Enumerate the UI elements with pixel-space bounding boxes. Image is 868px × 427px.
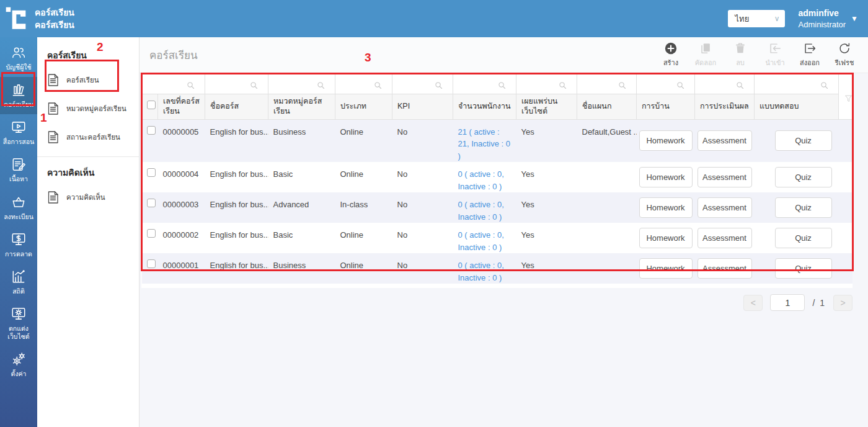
sidebar-item-books[interactable]: คอร์สเรียน	[0, 77, 37, 114]
quiz-button[interactable]: Quiz	[775, 197, 832, 218]
column-filter-input[interactable]	[142, 74, 205, 94]
quiz-button[interactable]: Quiz	[775, 228, 832, 248]
row-checkbox[interactable]	[147, 229, 156, 238]
employees-link[interactable]: 0 ( active : 0, Inactive : 0 )	[453, 192, 516, 223]
column-header[interactable]: จำนวนพนักงาน	[453, 94, 516, 119]
assessment-button[interactable]: Assessment	[698, 258, 752, 279]
table-row: 00000003English for bus...AdvancedIn-cla…	[142, 192, 852, 223]
sidebar-item-marketing-monitor[interactable]: การตลาด	[0, 227, 37, 264]
sidebar-item-website-customize[interactable]: ตกแต่งเว็บไซต์	[0, 301, 37, 346]
table-header-row: เลขที่คอร์สเรียนชื่อคอร์สหมวดหมู่คอร์สเร…	[142, 94, 852, 119]
sidebar-item-label: เนื้อหา	[9, 175, 28, 183]
column-header[interactable]: KPI	[392, 94, 453, 119]
assessment-button[interactable]: Assessment	[698, 197, 752, 218]
sidebar-item-content-edit[interactable]: เนื้อหา	[0, 151, 37, 189]
toolbar-button-label: นำเข้า	[765, 57, 784, 68]
page-number-input[interactable]	[770, 294, 805, 311]
course-name-cell: English for bus...	[205, 119, 268, 162]
employees-link[interactable]: 0 ( active : 0, Inactive : 0 )	[453, 253, 516, 284]
create-plus-button[interactable]: สร้าง	[655, 42, 687, 68]
column-filter-input[interactable]	[755, 74, 839, 94]
table-row: 00000004English for bus...BasicOnlineNo0…	[142, 162, 852, 192]
course-name-cell: English for bus...	[205, 253, 268, 284]
subsidebar-item[interactable]: ความคิดเห็น	[37, 183, 139, 212]
quiz-button[interactable]: Quiz	[775, 167, 832, 187]
quiz-button[interactable]: Quiz	[775, 130, 832, 151]
user-menu[interactable]: adminfive Administrator	[799, 7, 846, 30]
subsidebar-item-label: คอร์สเรียน	[66, 74, 99, 86]
column-header[interactable]: การบ้าน	[637, 94, 695, 119]
sidebar-item-media-player[interactable]: สื่อการสอน	[0, 114, 37, 151]
import-icon	[768, 42, 782, 55]
column-filter-input[interactable]	[392, 74, 453, 94]
refresh-button[interactable]: รีเฟรช	[828, 42, 861, 68]
column-filter-input[interactable]	[268, 74, 335, 94]
employees-link[interactable]: 21 ( active : 21, Inactive : 0 )	[453, 119, 516, 162]
column-header[interactable]: หมวดหมู่คอร์สเรียน	[268, 94, 335, 119]
assessment-button[interactable]: Assessment	[698, 130, 752, 151]
row-checkbox-cell	[142, 119, 158, 162]
employees-link[interactable]: 0 ( active : 0, Inactive : 0 )	[453, 223, 516, 253]
assessment-button[interactable]: Assessment	[698, 228, 752, 248]
type-cell: In-class	[335, 192, 392, 223]
column-filter-input[interactable]	[637, 74, 695, 94]
column-filter-input[interactable]	[695, 74, 755, 94]
language-select[interactable]: ไทย ∨	[728, 10, 785, 27]
document-icon	[46, 190, 61, 205]
select-all-checkbox[interactable]	[147, 101, 156, 109]
column-header[interactable]: ชื่อคอร์ส	[205, 94, 268, 119]
column-header[interactable]: ประเภท	[335, 94, 392, 119]
row-checkbox[interactable]	[147, 126, 156, 135]
trash-icon	[733, 42, 747, 55]
user-role: Administrator	[799, 19, 846, 30]
subsidebar-section-title: คอร์สเรียน	[37, 40, 139, 66]
create-plus-icon	[664, 42, 678, 55]
assessment-button[interactable]: Assessment	[698, 167, 752, 187]
next-page-button[interactable]: >	[833, 295, 852, 311]
column-filter-input[interactable]	[335, 74, 392, 94]
row-checkbox[interactable]	[147, 259, 156, 268]
column-header[interactable]: การประเมินผล	[695, 94, 755, 119]
assessment-button-cell: Assessment	[695, 223, 755, 253]
column-header[interactable]: แบบทดสอบ	[755, 94, 839, 119]
sidebar-item-basket[interactable]: ลงทะเบียน	[0, 189, 37, 227]
export-button[interactable]: ส่งออก	[794, 42, 826, 68]
column-filter-input[interactable]	[205, 74, 268, 94]
subsidebar-item[interactable]: หมวดหมู่คอร์สเรียน	[37, 94, 139, 123]
column-filter-input[interactable]	[577, 74, 637, 94]
employees-link[interactable]: 0 ( active : 0, Inactive : 0 )	[453, 162, 516, 192]
column-filter-input[interactable]	[516, 74, 577, 94]
sidebar-item-statistics-chart[interactable]: สถิติ	[0, 264, 37, 301]
homework-button-cell: Homework	[637, 192, 695, 223]
subsidebar-item[interactable]: คอร์สเรียน	[37, 66, 139, 94]
page-total-label: / 1	[812, 298, 826, 308]
app-title: คอร์สเรียน คอร์สเรียน	[35, 6, 74, 32]
homework-button[interactable]: Homework	[639, 258, 693, 279]
search-icon	[186, 81, 195, 94]
row-checkbox[interactable]	[147, 168, 156, 177]
import-button: นำเข้า	[759, 42, 791, 68]
search-icon	[618, 81, 627, 94]
homework-button[interactable]: Homework	[639, 130, 693, 151]
homework-button[interactable]: Homework	[639, 167, 693, 187]
sidebar-item-gears[interactable]: ตั้งค่า	[0, 346, 37, 384]
filter-funnel-button[interactable]	[839, 74, 852, 120]
row-checkbox[interactable]	[147, 199, 156, 207]
app-title-line1: คอร์สเรียน	[35, 6, 74, 19]
caret-down-icon[interactable]: ▼	[851, 14, 858, 23]
course-name-cell: English for bus...	[205, 223, 268, 253]
homework-button[interactable]: Homework	[639, 228, 693, 248]
column-header[interactable]: เผยแพร่บนเว็บไซต์	[516, 94, 577, 119]
column-filter-input[interactable]	[453, 74, 516, 94]
column-header[interactable]: ชื่อแผนก	[577, 94, 637, 119]
prev-page-button[interactable]: <	[743, 295, 763, 311]
topbar: คอร์สเรียน คอร์สเรียน ไทย ∨ adminfive Ad…	[0, 0, 868, 37]
toolbar-button-label: คัดลอก	[695, 57, 717, 68]
row-checkbox-cell	[142, 162, 158, 192]
sidebar-item-users[interactable]: บัญชีผู้ใช้	[0, 40, 37, 77]
published-cell: Yes	[516, 162, 577, 192]
subsidebar-item[interactable]: สถานะคอร์สเรียน	[37, 123, 139, 151]
column-header[interactable]: เลขที่คอร์สเรียน	[158, 94, 205, 119]
homework-button[interactable]: Homework	[639, 197, 693, 218]
quiz-button[interactable]: Quiz	[775, 258, 832, 279]
